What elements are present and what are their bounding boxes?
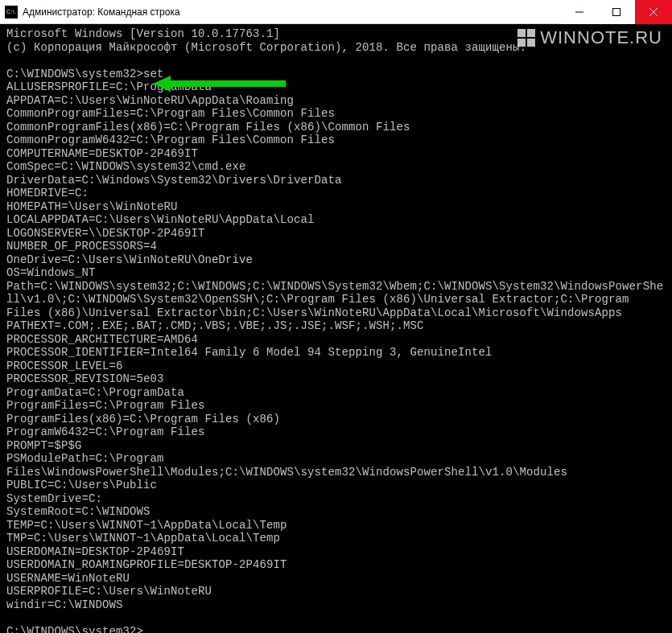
cmd-icon-text: C:\.: [6, 8, 16, 15]
svg-marker-5: [153, 76, 171, 92]
watermark: WINNOTE.RU: [517, 27, 662, 48]
minimize-icon: [575, 8, 583, 16]
arrow-icon: [153, 76, 290, 92]
close-button[interactable]: [635, 0, 672, 24]
maximize-icon: [612, 8, 620, 16]
close-icon: [649, 8, 658, 16]
annotation-arrow: [153, 76, 290, 96]
window-title: Администратор: Командная строка: [23, 6, 561, 18]
cmd-icon: C:\.: [5, 6, 18, 18]
prompt: C:\WINDOWS\system32>: [6, 68, 143, 80]
maximize-button[interactable]: [598, 0, 635, 24]
copyright-line: (c) Корпорация Майкрософт (Microsoft Cor…: [6, 41, 526, 54]
env-variables-output: ALLUSERSPROFILE=C:\ProgramData APPDATA=C…: [6, 80, 663, 611]
windows-logo-icon: [517, 29, 535, 47]
svg-rect-4: [169, 80, 286, 87]
prompt: C:\WINDOWS\system32>: [6, 625, 143, 634]
window-titlebar[interactable]: C:\. Администратор: Командная строка: [0, 0, 672, 24]
terminal-output[interactable]: Microsoft Windows [Version 10.0.17763.1]…: [0, 24, 672, 633]
watermark-text: WINNOTE.RU: [540, 27, 662, 48]
svg-rect-1: [613, 9, 620, 16]
version-line: Microsoft Windows [Version 10.0.17763.1]: [6, 27, 280, 40]
window-controls: [561, 0, 672, 23]
text-cursor: [143, 627, 150, 634]
minimize-button[interactable]: [561, 0, 598, 24]
